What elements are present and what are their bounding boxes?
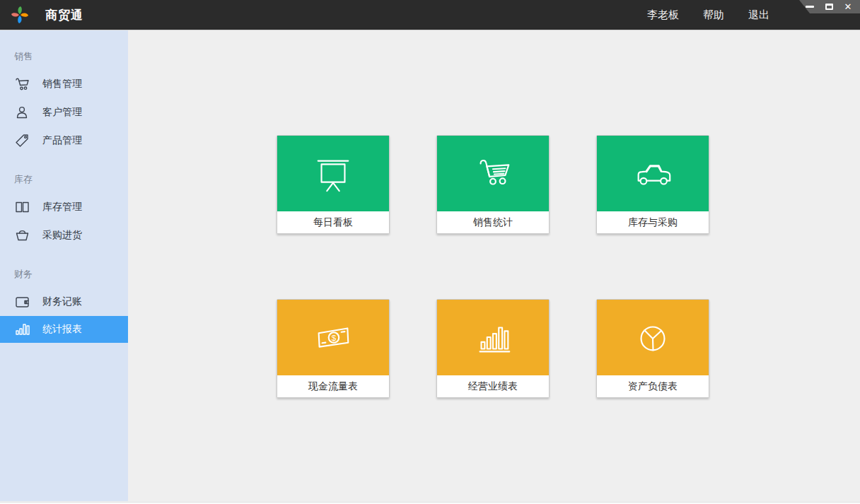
card-label: 资产负债表 bbox=[597, 375, 709, 397]
book-icon bbox=[13, 199, 31, 215]
card-label: 经营业绩表 bbox=[437, 375, 549, 397]
window-controls: ✕ bbox=[799, 0, 860, 13]
titlebar-menu: 李老板 帮助 退出 bbox=[647, 8, 769, 22]
sidebar-item-product-management[interactable]: 产品管理 bbox=[0, 127, 128, 155]
main-content: 每日看板 销售统计 bbox=[128, 30, 860, 501]
app-logo bbox=[0, 4, 40, 25]
tag-icon bbox=[13, 133, 31, 148]
card-cash-flow-statement[interactable]: $ 现金流量表 bbox=[277, 299, 390, 398]
card-balance-sheet[interactable]: 资产负债表 bbox=[596, 299, 709, 398]
card-sales-statistics[interactable]: 销售统计 bbox=[436, 135, 550, 234]
sidebar: 销售 销售管理 客户管理 bbox=[0, 30, 128, 501]
card-label: 销售统计 bbox=[437, 211, 549, 233]
workspace: 销售 销售管理 客户管理 bbox=[0, 30, 860, 501]
card-label: 库存与采购 bbox=[597, 211, 709, 233]
sidebar-item-label: 库存管理 bbox=[42, 201, 82, 213]
card-business-performance[interactable]: 经营业绩表 bbox=[436, 299, 550, 398]
bar-chart-icon bbox=[13, 322, 31, 337]
sidebar-item-reports[interactable]: 统计报表 bbox=[0, 316, 128, 343]
card-icon-area bbox=[597, 300, 709, 375]
pinwheel-logo-icon bbox=[9, 4, 30, 25]
minimize-button[interactable] bbox=[805, 3, 815, 11]
wallet-icon bbox=[13, 294, 31, 310]
card-label: 每日看板 bbox=[277, 211, 389, 233]
sidebar-item-sales-management[interactable]: 销售管理 bbox=[0, 70, 128, 98]
car-icon bbox=[631, 152, 675, 196]
minimize-icon bbox=[806, 6, 814, 8]
card-label: 现金流量表 bbox=[277, 375, 389, 397]
banknote-icon: $ bbox=[311, 316, 355, 360]
basket-icon bbox=[13, 228, 31, 243]
sidebar-section-sales: 销售 bbox=[14, 50, 128, 63]
sidebar-section-inventory: 库存 bbox=[14, 173, 128, 186]
bar-graph-icon bbox=[471, 316, 515, 360]
sidebar-item-label: 统计报表 bbox=[42, 323, 82, 336]
card-inventory-purchasing[interactable]: 库存与采购 bbox=[596, 135, 709, 234]
presentation-board-icon bbox=[311, 152, 355, 196]
svg-text:$: $ bbox=[332, 332, 337, 341]
report-card-grid: 每日看板 销售统计 bbox=[277, 135, 709, 398]
card-icon-area bbox=[277, 136, 389, 211]
close-button[interactable]: ✕ bbox=[843, 3, 853, 11]
close-icon: ✕ bbox=[844, 2, 852, 11]
help-menu-item[interactable]: 帮助 bbox=[703, 8, 724, 22]
card-icon-area bbox=[437, 300, 549, 375]
cart-icon bbox=[13, 76, 31, 92]
card-icon-area bbox=[437, 136, 549, 211]
card-icon-area bbox=[597, 136, 709, 211]
person-icon bbox=[13, 105, 31, 120]
sidebar-item-bookkeeping[interactable]: 财务记账 bbox=[0, 288, 128, 316]
titlebar: 商贸通 李老板 帮助 退出 ✕ bbox=[0, 0, 860, 30]
sidebar-item-customer-management[interactable]: 客户管理 bbox=[0, 98, 128, 127]
app-title: 商贸通 bbox=[45, 7, 83, 23]
sidebar-item-label: 采购进货 bbox=[42, 229, 82, 242]
card-icon-area: $ bbox=[277, 300, 389, 375]
exit-menu-item[interactable]: 退出 bbox=[748, 8, 769, 22]
sidebar-item-label: 销售管理 bbox=[42, 78, 82, 90]
sidebar-item-label: 客户管理 bbox=[42, 106, 82, 119]
sidebar-item-inventory-management[interactable]: 库存管理 bbox=[0, 193, 128, 221]
sidebar-item-label: 财务记账 bbox=[42, 295, 82, 308]
user-menu-item[interactable]: 李老板 bbox=[647, 8, 679, 22]
pie-chart-icon bbox=[631, 316, 675, 360]
card-daily-dashboard[interactable]: 每日看板 bbox=[277, 135, 390, 234]
sidebar-item-purchasing[interactable]: 采购进货 bbox=[0, 221, 128, 250]
sidebar-section-finance: 财务 bbox=[14, 268, 128, 281]
shopping-cart-icon bbox=[471, 152, 515, 196]
maximize-button[interactable] bbox=[824, 3, 834, 11]
sidebar-item-label: 产品管理 bbox=[42, 134, 82, 147]
maximize-icon bbox=[825, 4, 833, 10]
